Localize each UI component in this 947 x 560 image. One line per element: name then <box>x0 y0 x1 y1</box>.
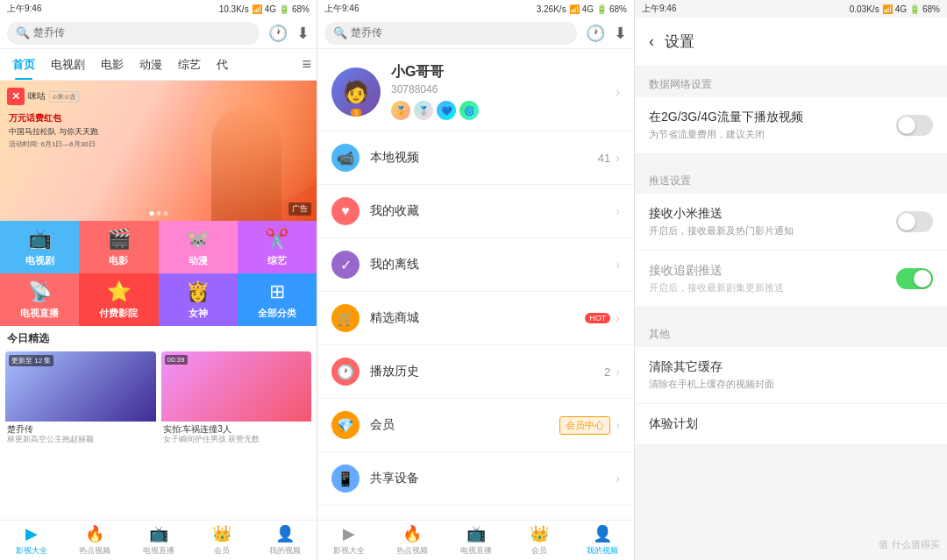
cat-all[interactable]: ⊞ 全部分类 <box>238 273 317 326</box>
setting-series-push-sub: 开启后，接收最新剧集更新推送 <box>649 281 896 294</box>
cat-live-icon: 📡 <box>28 280 52 303</box>
watermark-text: 什么值得买 <box>892 538 940 551</box>
profile-info: 小G哥哥 30788046 🏅 🥈 💙 🌀 <box>391 63 605 120</box>
setting-clear-cache-sub: 清除在手机上缓存的视频封面 <box>649 378 933 391</box>
profile-name: 小G哥哥 <box>391 63 605 82</box>
cat-live[interactable]: 📡 电视直播 <box>0 273 79 326</box>
tab-anime[interactable]: 动漫 <box>132 53 169 76</box>
menu-local-video[interactable]: 📹 本地视频 41 › <box>317 131 634 185</box>
tab-home[interactable]: 首页 <box>5 53 42 76</box>
menu-arrow-local: › <box>616 151 620 165</box>
tab-more[interactable]: 代 <box>210 53 235 76</box>
menu-vip[interactable]: 💎 会员 会员中心 › <box>317 399 634 452</box>
banner-text: 万元话费红包 中国马拉松队 与你天天跑 活动时间: 6月1日—6月30日 <box>9 98 98 149</box>
panel-profile: 上午9:46 3.26K/s 📶 4G 🔋 68% 🔍 楚乔传 🕐 ⬇ 🧑 3 … <box>317 0 635 560</box>
tab-tv[interactable]: 电视剧 <box>44 53 92 76</box>
pick-duration-2: 00:39 <box>165 355 188 365</box>
back-button[interactable]: ‹ <box>649 32 654 51</box>
setting-experience-text: 体验计划 <box>649 416 933 432</box>
pick-card-2[interactable]: 00:39 实拍:车祸连撞3人 女子瞬间护住男孩 获赞无数 <box>161 351 312 514</box>
time-1: 上午9:46 <box>7 3 41 15</box>
clock-icon-1[interactable]: 🕐 <box>268 24 288 43</box>
toggle-series-push[interactable] <box>896 268 933 289</box>
cat-tv[interactable]: 📺 电视剧 <box>0 221 79 273</box>
setting-clear-cache[interactable]: 清除其它缓存 清除在手机上缓存的视频封面 <box>635 347 947 404</box>
nav-vip-2[interactable]: 👑 会员 <box>508 524 571 556</box>
cat-variety[interactable]: ✂️ 综艺 <box>238 221 317 273</box>
setting-mobile-data-text: 在2G/3G/4G流量下播放视频 为节省流量费用，建议关闭 <box>649 110 896 141</box>
pick-thumb-1: 更新至 12 集 <box>5 351 156 422</box>
search-input-1[interactable]: 🔍 楚乔传 <box>7 22 260 45</box>
signal-icon-1: 📶 <box>252 4 262 14</box>
menu-icon-shop: 🛒 <box>331 304 360 332</box>
nav-hot-label-2: 热点视频 <box>396 545 428 556</box>
nav-my-1[interactable]: 👤 我的视频 <box>253 524 317 556</box>
fav-icon: ♥ <box>341 203 350 219</box>
cat-paid[interactable]: ⭐ 付费影院 <box>79 273 158 326</box>
setting-series-push[interactable]: 接收追剧推送 开启后，接收最新剧集更新推送 <box>635 251 947 308</box>
toggle-xiaomi-push[interactable] <box>896 211 933 232</box>
section-title-network: 数据网络设置 <box>635 67 947 97</box>
menu-arrow-history: › <box>616 365 620 379</box>
nav-hot-1[interactable]: 🔥 热点视频 <box>63 524 126 556</box>
setting-xiaomi-push[interactable]: 接收小米推送 开启后，接收最新及热门影片通知 <box>635 194 947 251</box>
menu-icon-offline: ✓ <box>331 251 360 279</box>
download-icon-2[interactable]: ⬇ <box>614 24 627 43</box>
history-icon: 🕐 <box>337 364 354 380</box>
pick-update-1: 更新至 12 集 <box>9 355 53 366</box>
profile-header[interactable]: 🧑 3 小G哥哥 30788046 🏅 🥈 💙 🌀 › <box>317 49 634 131</box>
menu-share-device[interactable]: 📱 共享设备 › <box>317 452 634 506</box>
cat-anime-label: 动漫 <box>189 254 208 267</box>
toggle-mobile-data[interactable] <box>896 115 933 136</box>
cat-anime[interactable]: 🐭 动漫 <box>159 221 238 273</box>
nav-more-icon[interactable]: ≡ <box>302 55 311 74</box>
network-type-2: 4G <box>582 4 594 14</box>
nav-home-2[interactable]: ▶ 影视大全 <box>317 524 381 556</box>
download-icon-1[interactable]: ⬇ <box>296 24 310 43</box>
menu-label-fav: 我的收藏 <box>370 203 616 219</box>
menu-icon-history: 🕐 <box>331 358 360 386</box>
menu-history[interactable]: 🕐 播放历史 2 › <box>317 345 634 399</box>
battery-icon-2: 🔋 <box>596 4 607 14</box>
cat-goddess[interactable]: 👸 女神 <box>159 273 238 326</box>
menu-offline[interactable]: ✓ 我的离线 › <box>317 238 634 292</box>
nav-vip-1[interactable]: 👑 会员 <box>190 524 253 556</box>
nav-vip-icon-2: 👑 <box>530 524 549 543</box>
nav-my-2[interactable]: 👤 我的视频 <box>571 524 634 556</box>
search-input-2[interactable]: 🔍 楚乔传 <box>324 22 577 45</box>
nav-live-2[interactable]: 📺 电视直播 <box>444 524 507 556</box>
nav-home-label-2: 影视大全 <box>333 545 365 556</box>
banner-person-figure <box>211 107 281 221</box>
menu-favorites[interactable]: ♥ 我的收藏 › <box>317 185 634 238</box>
setting-experience-plan[interactable]: 体验计划 <box>635 404 947 445</box>
cat-movie[interactable]: 🎬 电影 <box>79 221 158 273</box>
nav-home-1[interactable]: ▶ 影视大全 <box>0 524 63 556</box>
time-3: 上午9:46 <box>642 3 676 15</box>
cat-paid-label: 付费影院 <box>99 307 138 320</box>
cat-goddess-label: 女神 <box>189 307 208 320</box>
menu-arrow-fav: › <box>616 204 620 218</box>
search-text-1: 楚乔传 <box>33 25 65 40</box>
menu-label-local: 本地视频 <box>370 150 598 166</box>
share-icon: 📱 <box>337 471 354 487</box>
shop-icon: 🛒 <box>337 310 354 327</box>
badge-1: 🏅 <box>391 101 410 120</box>
tab-variety[interactable]: 综艺 <box>171 53 208 76</box>
cat-variety-icon: ✂️ <box>265 228 288 251</box>
tab-movie[interactable]: 电影 <box>94 53 131 76</box>
section-gap-1 <box>635 154 947 163</box>
status-bar-3: 上午9:46 0.03K/s 📶 4G 🔋 68% <box>635 0 947 18</box>
menu-shop[interactable]: 🛒 精选商城 HOT › <box>317 292 634 345</box>
setting-mobile-data-video[interactable]: 在2G/3G/4G流量下播放视频 为节省流量费用，建议关闭 <box>635 97 947 154</box>
dot-2 <box>156 211 160 216</box>
nav-live-1[interactable]: 📺 电视直播 <box>126 524 189 556</box>
cat-paid-icon: ⭐ <box>107 280 131 303</box>
pick-card-1[interactable]: 更新至 12 集 楚乔传 林更新高空公主抱赵丽颖 <box>5 351 156 514</box>
clock-icon-2[interactable]: 🕐 <box>586 24 605 43</box>
banner[interactable]: ✕ 咪咕 ⊙米⊙古 万元话费红包 中国马拉松队 与你天天跑 活动时间: 6月1日… <box>0 81 317 221</box>
dot-3 <box>163 211 167 216</box>
nav-hot-2[interactable]: 🔥 热点视频 <box>381 524 444 556</box>
nav-hot-icon-1: 🔥 <box>85 524 104 543</box>
bottom-nav-2: ▶ 影视大全 🔥 热点视频 📺 电视直播 👑 会员 👤 我的视频 <box>317 520 634 560</box>
nav-vip-icon-1: 👑 <box>212 524 231 543</box>
